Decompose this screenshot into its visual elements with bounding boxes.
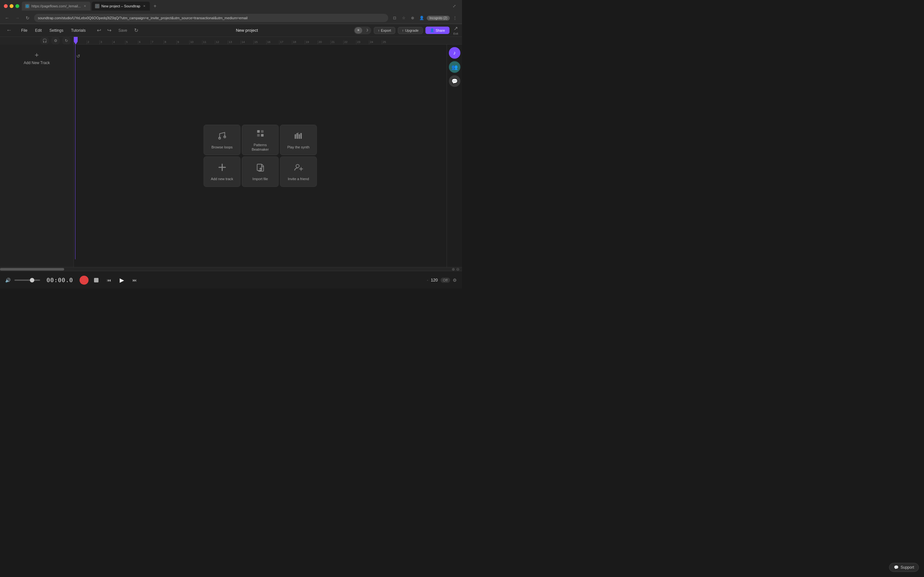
settings-small-icon[interactable]: ⚙ (51, 36, 60, 45)
play-button[interactable]: ▶ (117, 275, 127, 285)
maximize-window-btn[interactable] (15, 4, 19, 8)
ruler-number: 12 (215, 40, 228, 44)
patterns-beatmaker-label: Patterns Beatmaker (246, 143, 275, 152)
sync-button[interactable]: ↻ (132, 27, 140, 34)
cast-icon[interactable]: ⊡ (391, 14, 399, 22)
invite-friend-label: Invite a friend (288, 177, 309, 181)
save-button[interactable]: Save (116, 27, 129, 34)
share-button[interactable]: 👤 Share (425, 27, 449, 34)
ruler-number: 17 (279, 40, 292, 44)
ruler-numbers: 1234567891011121314151617181920212223242… (74, 37, 462, 44)
play-synth-label: Play the synth (287, 145, 309, 149)
dark-theme-option[interactable]: ☽ (363, 27, 371, 34)
ruler-number: 16 (266, 40, 279, 44)
traffic-lights (4, 4, 19, 8)
ruler-number: 20 (318, 40, 330, 44)
bpm-area: - 120 Off ⚙ (427, 277, 457, 283)
light-theme-option[interactable]: ☀ (355, 27, 362, 34)
back-button[interactable]: ← (3, 14, 11, 22)
extensions-icon[interactable]: ⊕ (409, 14, 417, 22)
ruler-number: 25 (382, 40, 395, 44)
redo-button[interactable]: ↪ (105, 27, 113, 34)
plus-icon: + (35, 51, 39, 59)
action-card-browse-loops[interactable]: Browse loops (204, 125, 241, 155)
stop-button[interactable] (91, 275, 102, 285)
browser-icons: ⊡ ☆ ⊕ 👤 Incognito (2) ⋮ (391, 14, 459, 22)
horizontal-scrollbar[interactable] (0, 268, 64, 271)
action-card-patterns-beatmaker[interactable]: Patterns Beatmaker (242, 125, 279, 155)
transport-controls: ⏮ ▶ ⏭ (79, 275, 140, 285)
add-track-label: Add New Track (24, 61, 50, 65)
export-button[interactable]: ↑ Export (374, 27, 395, 34)
tutorials-menu[interactable]: Tutorials (68, 27, 89, 34)
address-bar-row: ← → ↻ ⊡ ☆ ⊕ 👤 Incognito (2) ⋮ (0, 12, 462, 24)
svg-rect-4 (257, 134, 260, 137)
menu-items: File Edit Settings Tutorials (18, 27, 89, 34)
ruler-number: 24 (369, 40, 382, 44)
tab-label-soundtrap: New project – Soundtrap (102, 4, 140, 8)
record-button[interactable] (79, 276, 89, 285)
transport-settings-icon[interactable]: ⚙ (453, 277, 457, 283)
ruler-number: 19 (305, 40, 318, 44)
new-tab-button[interactable]: + (151, 2, 159, 10)
action-card-play-synth[interactable]: Play the synth (280, 125, 317, 155)
tab-pageflows[interactable]: 🌐 https://pageflows.com/_/email... ✕ (22, 2, 90, 11)
svg-rect-9 (300, 133, 302, 139)
tab-soundtrap[interactable]: 🎵 New project – Soundtrap ✕ (92, 2, 150, 11)
browse-loops-label: Browse loops (212, 145, 233, 149)
minimize-window-btn[interactable] (10, 4, 13, 8)
tab-close-pageflows[interactable]: ✕ (83, 4, 87, 8)
app-container: ← File Edit Settings Tutorials ↩ ↪ Save … (0, 24, 462, 288)
forward-button[interactable]: → (13, 14, 21, 22)
svg-rect-8 (298, 134, 300, 139)
bookmark-icon[interactable]: ⤢ (451, 2, 458, 10)
add-new-track-icon (217, 162, 227, 174)
settings-menu[interactable]: Settings (46, 27, 66, 34)
volume-slider[interactable] (15, 279, 40, 281)
zoom-in-icon[interactable]: ⊕ (452, 267, 455, 271)
ruler-number: 21 (330, 40, 343, 44)
music-note-icon[interactable]: ♪ (449, 47, 460, 59)
action-card-invite-friend[interactable]: Invite a friend (280, 156, 317, 187)
refresh-small-icon[interactable]: ↻ (62, 36, 71, 45)
exit-button[interactable]: ↗ Exit (453, 25, 458, 35)
close-window-btn[interactable] (4, 4, 8, 8)
ruler-number: 6 (138, 40, 151, 44)
svg-rect-7 (296, 133, 298, 139)
edit-menu[interactable]: Edit (32, 27, 45, 34)
theme-toggle: ☀ ☽ (354, 27, 371, 34)
rewind-button[interactable]: ⏮ (104, 275, 114, 285)
add-new-track-button[interactable]: + Add New Track (0, 45, 73, 71)
export-icon: ↑ (378, 29, 380, 32)
action-card-import-file[interactable]: Import file (242, 156, 279, 187)
volume-thumb (30, 278, 34, 282)
zoom-out-icon[interactable]: ⊖ (456, 267, 459, 271)
svg-rect-10 (296, 134, 297, 137)
ruler-number: 3 (99, 40, 112, 44)
collaborators-icon[interactable]: 👥 (449, 61, 460, 73)
headphone-icon[interactable]: 🎧 (40, 36, 49, 45)
ruler-number: 8 (164, 40, 176, 44)
menu-icon[interactable]: ⋮ (451, 14, 459, 22)
profile-icon[interactable]: 👤 (418, 14, 425, 22)
tab-favicon-soundtrap: 🎵 (95, 4, 99, 8)
upgrade-button[interactable]: ↑ Upgrade (398, 27, 423, 34)
ruler-number: 13 (228, 40, 241, 44)
tab-close-soundtrap[interactable]: ✕ (142, 4, 147, 8)
scroll-bar-area: ⊕ ⊖ (0, 267, 462, 271)
undo-button[interactable]: ↩ (95, 27, 103, 34)
bookmark-star-icon[interactable]: ☆ (400, 14, 407, 22)
action-card-add-new-track[interactable]: Add new track (204, 156, 241, 187)
fast-forward-button[interactable]: ⏭ (129, 275, 140, 285)
chat-icon[interactable]: 💬 (449, 75, 460, 87)
invite-friend-icon (293, 162, 304, 174)
ruler-number: 9 (176, 40, 189, 44)
address-input[interactable] (34, 14, 388, 22)
browse-loops-icon (217, 131, 227, 142)
file-menu[interactable]: File (18, 27, 31, 34)
loop-icon[interactable]: ↺ (76, 53, 80, 59)
back-to-home-button[interactable]: ← (4, 25, 14, 35)
svg-rect-5 (261, 134, 263, 137)
refresh-button[interactable]: ↻ (24, 14, 31, 22)
timeline-header-row: 🎧 ⚙ ↻ 1234567891011121314151617181920212… (0, 37, 462, 45)
